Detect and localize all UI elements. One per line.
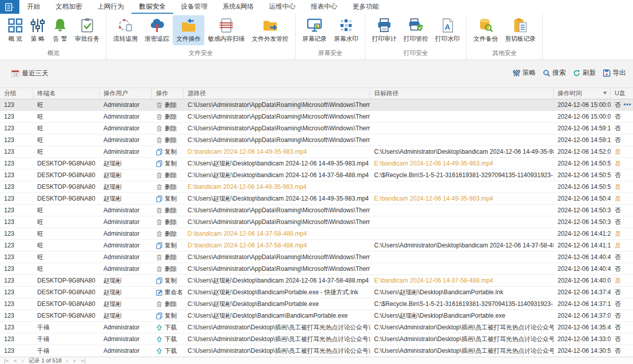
pager-last-button[interactable]: »| (81, 358, 86, 363)
table-row[interactable]: 123旺Administrator复制D:\bandicam 2024-12-0… (0, 146, 633, 158)
menu-tab-6[interactable]: 运维中心 (261, 0, 303, 14)
pager-next-button[interactable]: › (66, 358, 68, 363)
toolbar-action-0[interactable]: 策略 (513, 68, 536, 77)
cell-usb: 否 (611, 345, 633, 356)
ribbon-item-0-1[interactable]: 策 略 (27, 15, 49, 45)
table-row[interactable]: 123旺Administrator删除C:\Users\Administrato… (0, 123, 633, 134)
table-row[interactable]: 123DESKTOP-9G8NA80赵现彬删除C:\Users\赵现彬\Desk… (0, 170, 633, 181)
pager-prev-fast-button[interactable]: « (14, 358, 17, 363)
menu-tab-5[interactable]: 系统&网络 (215, 0, 261, 14)
table-row[interactable]: 123DESKTOP-9G8NA80赵现彬复制C:\Users\赵现彬\Desk… (0, 158, 633, 170)
cell-group: 123 (0, 263, 33, 274)
menu-tab-3[interactable]: 数据安全 (131, 0, 173, 14)
cell-user: 赵现彬 (99, 158, 152, 169)
op-label: 删除 (165, 170, 177, 181)
menu-tab-0[interactable]: 开始 (19, 0, 48, 14)
cell-dst (370, 134, 553, 146)
ribbon-group-4: 文件备份剪切板记录其他安全 (467, 14, 543, 60)
op-label: 删除 (165, 111, 177, 122)
trash-icon (156, 254, 163, 261)
ribbon-item-3-2[interactable]: A打印水印 (432, 15, 463, 45)
menu-tab-7[interactable]: 报表中心 (303, 0, 345, 14)
sliders-small-icon (513, 69, 520, 77)
ribbon-item-0-0[interactable]: 概 览 (4, 15, 27, 45)
table-row[interactable]: 123DESKTOP-9G8NA80赵现彬复制C:\Users\赵现彬\Desk… (0, 310, 633, 322)
cell-terminal: 旺 (33, 111, 99, 122)
date-filter-button[interactable]: 23 最近三天 (11, 69, 48, 78)
ribbon-item-1-2[interactable]: 文件操作 (173, 15, 204, 45)
toolbar-action-2[interactable]: 刷新 (573, 68, 596, 77)
cell-dst (370, 181, 553, 192)
menu-tab-1[interactable]: 文档加密 (48, 0, 90, 14)
column-header-group[interactable]: 分组 (0, 88, 33, 99)
ribbon-item-3-1[interactable]: 打印管控 (400, 15, 432, 45)
menu-tab-4[interactable]: 设备管理 (173, 0, 215, 14)
trash-icon (156, 125, 163, 132)
toolbar-action-3[interactable]: 导出 (603, 68, 626, 77)
table-row[interactable]: 123旺Administrator删除C:\Users\Administrato… (0, 134, 633, 146)
table-row[interactable]: 123DESKTOP-9G8NA80赵现彬复制C:\Users\赵现彬\Desk… (0, 275, 633, 287)
cell-user: Administrator (99, 228, 152, 239)
folder-out-icon (262, 18, 278, 33)
ribbon-item-1-1[interactable]: 泄密追踪 (141, 15, 173, 45)
table-row[interactable]: 123旺Administrator删除C:\Users\Administrato… (0, 111, 633, 123)
table-row[interactable]: 123千禧Administrator下载C:\Users\Administrat… (0, 345, 633, 357)
ribbon-item-label: 告 警 (53, 35, 67, 43)
table-row[interactable]: 123DESKTOP-9G8NA80赵现彬删除E:\bandicam 2024-… (0, 181, 633, 193)
ribbon-item-2-0[interactable]: 屏幕记录 (299, 15, 330, 45)
column-header-op[interactable]: 操作 (152, 88, 183, 99)
table-row[interactable]: 123DESKTOP-9G8NA80赵现彬复制C:\Users\赵现彬\Desk… (0, 193, 633, 205)
column-header-src[interactable]: 源路径 (183, 88, 370, 99)
table-row[interactable]: 123千禧Administrator下载C:\Users\Administrat… (0, 333, 633, 345)
ribbon-group-1: 流转追溯泄密追踪文件操作敏感内容扫描文件外发管控文件安全 (107, 14, 296, 60)
column-header-time[interactable]: 操作时间 (553, 88, 611, 99)
ribbon-item-1-4[interactable]: 文件外发管控 (248, 15, 292, 45)
cell-time: 2024-12-06 14:50:36 (553, 216, 611, 228)
ribbon-item-1-0[interactable]: 流转追溯 (110, 15, 141, 45)
cell-dst: C:\$Recycle.Bin\S-1-5-21-3161619381-3297… (370, 170, 553, 181)
menu-tabs: 开始文档加密上网行为数据安全设备管理系统&网络运维中心报表中心更多功能 (19, 0, 387, 14)
ribbon-item-2-1[interactable]: 屏幕水印 (330, 15, 362, 45)
menu-tab-8[interactable]: 更多功能 (345, 0, 387, 14)
op-label: 复制 (165, 240, 177, 251)
trash-icon (156, 184, 163, 190)
column-header-user[interactable]: 操作用户 (99, 88, 152, 99)
doc-a-icon: A (440, 18, 455, 33)
ribbon-item-0-3[interactable]: 审批任务 (71, 15, 103, 45)
table-row[interactable]: 123旺Administrator删除C:\Users\Administrato… (0, 99, 633, 111)
ribbon-item-0-2[interactable]: 告 警 (49, 15, 71, 45)
cloud-upload-icon (149, 18, 165, 33)
row-more-button[interactable]: ••• (623, 99, 631, 109)
pager-first-button[interactable]: |« (4, 358, 9, 363)
column-header-dst[interactable]: 目标路径 (370, 88, 553, 99)
table-row[interactable]: 123旺Administrator删除C:\Users\Administrato… (0, 216, 633, 228)
app-menu-button[interactable] (0, 0, 19, 14)
op-label: 删除 (165, 263, 177, 274)
cell-user: Administrator (99, 123, 152, 134)
rename-icon (156, 289, 163, 296)
toolbar-action-1[interactable]: 搜索 (543, 68, 566, 77)
table-row[interactable]: 123DESKTOP-9G8NA80赵现彬删除C:\Users\赵现彬\Desk… (0, 298, 633, 310)
ribbon-item-1-3[interactable]: 敏感内容扫描 (204, 15, 248, 45)
table-row[interactable]: 123旺Administrator删除C:\Users\Administrato… (0, 251, 633, 263)
table-row[interactable]: 123旺Administrator删除C:\Users\Administrato… (0, 205, 633, 216)
table-row[interactable]: 123DESKTOP-9G8NA80赵现彬重命名C:\Users\赵现彬\Des… (0, 287, 633, 298)
column-header-terminal[interactable]: 终端名 (33, 88, 99, 99)
table-row[interactable]: 123旺Administrator删除D:\bandicam 2024-12-0… (0, 228, 633, 240)
menu-tab-2[interactable]: 上网行为 (90, 0, 131, 14)
cell-time: 2024-12-06 14:37:45 (553, 287, 611, 298)
screen-record-icon (307, 18, 322, 33)
pager-next-fast-button[interactable]: » (73, 358, 76, 363)
ribbon-group-label: 文件安全 (110, 49, 292, 59)
table-row[interactable]: 123旺Administrator复制D:\bandicam 2024-12-0… (0, 240, 633, 251)
pager-prev-button[interactable]: ‹ (22, 358, 24, 363)
table-row[interactable]: 123旺Administrator删除C:\Users\Administrato… (0, 263, 633, 275)
ribbon-item-label: 屏幕记录 (302, 35, 327, 43)
column-header-usb[interactable]: U盘 (611, 88, 633, 99)
ribbon-item-4-1[interactable]: 剪切板记录 (502, 15, 539, 45)
sort-caret-icon[interactable] (603, 88, 610, 99)
ribbon-item-3-0[interactable]: 打印审计 (368, 15, 400, 45)
cell-time: 2024-12-06 14:50:36 (553, 205, 611, 216)
ribbon-item-4-0[interactable]: 文件备份 (470, 15, 502, 45)
table-row[interactable]: 123千禧Administrator下载C:\Users\Administrat… (0, 322, 633, 333)
